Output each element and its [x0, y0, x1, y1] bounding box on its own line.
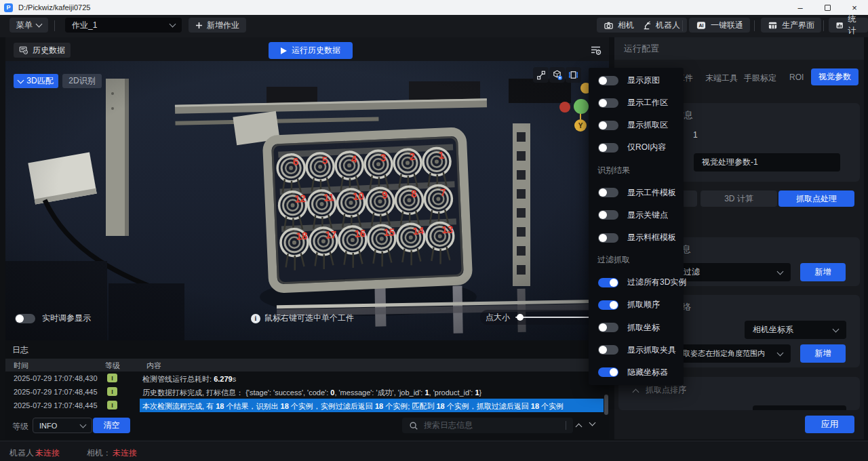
chevron-down-icon [18, 77, 24, 83]
chevron-down-icon [170, 21, 176, 28]
config-tab[interactable]: 末端工具 [705, 73, 738, 84]
menu-item-label: 显示原图 [627, 75, 660, 86]
menu-toggle-item: 抓取坐标 [589, 317, 684, 339]
divider [754, 20, 755, 31]
menu-toggle-item: 隐藏坐标器 [589, 361, 684, 384]
toggle-switch[interactable] [598, 300, 618, 310]
chevron-down-icon [80, 421, 87, 428]
menu-button[interactable]: 菜单 [9, 18, 48, 33]
run-history-button[interactable]: 运行历史数据 [269, 42, 353, 59]
info-icon: i [251, 314, 260, 323]
level-select-value: INFO [39, 422, 57, 430]
menu-section-header: 识别结果 [589, 159, 684, 182]
toggle-switch[interactable] [598, 367, 618, 377]
menu-label: 菜单 [16, 20, 33, 31]
menu-toggle-item: 显示工作区 [589, 92, 684, 114]
viewport-scene: 654321121110987181716151413 [5, 61, 609, 340]
apply-button[interactable]: 应用 [805, 416, 854, 433]
divider [823, 20, 824, 31]
log-search-input[interactable]: 搜索日志信息 [402, 418, 573, 433]
pose-range-select[interactable]: 抓取姿态在指定角度范围内 [671, 344, 791, 363]
close-button[interactable]: × [841, 0, 868, 15]
app-logo-icon: P [4, 3, 13, 12]
ai-link-label: 一键联通 [711, 20, 743, 31]
menu-item-label: 过滤所有3D实例 [627, 277, 686, 288]
proc-tab-grasp-point[interactable]: 抓取点处理 [778, 191, 854, 207]
param-name-input[interactable]: 视觉处理参数-1 [694, 153, 840, 172]
add-job-button[interactable]: 新增作业 [189, 18, 246, 33]
app-window: P D:/Pickwiz/kafeiji0725 – × 菜单 作业_1 新增作… [0, 0, 868, 461]
search-prev-button[interactable] [576, 424, 583, 430]
toggle-switch[interactable] [598, 121, 618, 130]
toggle-switch[interactable] [598, 143, 618, 153]
ai-icon: AI [696, 20, 707, 31]
run-config-title: 运行配置 [624, 43, 659, 55]
log-row[interactable]: 2025-07-29 17:07:48,430I检测管线运行总耗时: 6.279… [5, 372, 609, 385]
level-select[interactable]: INFO [33, 418, 92, 433]
robot-button[interactable]: 机器人 [635, 18, 687, 33]
tab-3d-match-label: 3D匹配 [26, 75, 53, 87]
log-row[interactable]: 2025-07-29 17:07:48,445I本次检测流程完成, 有 18 个… [5, 399, 609, 412]
toggle-switch[interactable] [598, 278, 618, 287]
log-row[interactable]: 2025-07-29 17:07:48,445I历史数据打标完成, 打标信息： … [5, 385, 609, 399]
tab-3d-match[interactable]: 3D匹配 [14, 74, 58, 88]
pose-range-value: 抓取姿态在指定角度范围内 [675, 348, 765, 359]
job-select[interactable]: 作业_1 [65, 18, 182, 33]
camera-status-value: 未连接 [113, 447, 137, 459]
clear-log-button[interactable]: 清空 [93, 418, 130, 433]
collapse-icon[interactable] [633, 389, 639, 396]
config-tab[interactable]: ROI [789, 73, 804, 82]
measure-tool-button[interactable] [533, 67, 549, 83]
menu-item-label: 显示料框模板 [627, 232, 676, 243]
tab-vision-params-label: 视觉参数 [818, 71, 851, 83]
log-time: 2025-07-29 17:07:48,445 [14, 401, 98, 409]
menu-toggle-item: 显示抓取区 [589, 114, 684, 136]
tab-vision-params[interactable]: 视觉参数 [811, 68, 859, 85]
log-level-badge: I [107, 387, 117, 396]
menu-toggle-item: 显示料框模板 [589, 226, 684, 249]
filter-add-button[interactable]: 新增 [800, 263, 846, 281]
config-tab[interactable]: 手眼标定 [744, 73, 776, 84]
divider [682, 20, 683, 31]
toggle-switch[interactable] [598, 76, 618, 85]
menu-toggle-item: 抓取顺序 [589, 294, 684, 316]
ai-link-button[interactable]: AI 一键联通 [689, 18, 750, 33]
toggle-switch[interactable] [598, 345, 618, 355]
divider [54, 20, 55, 31]
toggle-switch[interactable] [598, 323, 618, 332]
maximize-button[interactable] [814, 0, 841, 15]
add-job-label: 新增作业 [207, 20, 239, 31]
titlebar: P D:/Pickwiz/kafeiji0725 – × [0, 0, 868, 15]
toggle-switch[interactable] [598, 233, 618, 243]
slider-thumb[interactable] [517, 314, 524, 321]
cube-add-icon [551, 69, 563, 81]
menu-toggle-item: 显示抓取夹具 [589, 339, 684, 361]
filter-select[interactable]: 过滤 [678, 263, 791, 281]
bar-chart-icon [835, 20, 844, 31]
log-content: 检测管线运行总耗时: 6.279s [142, 374, 236, 384]
toggle-switch[interactable] [598, 210, 618, 220]
coord-system-select[interactable]: 相机坐标系 [745, 321, 846, 339]
grasp-sort-input[interactable] [753, 405, 846, 410]
3d-viewport[interactable]: 654321121110987181716151413 3D匹配 2D识别 [5, 61, 609, 340]
point-size-slider[interactable] [515, 317, 591, 318]
minimize-button[interactable]: – [787, 0, 814, 15]
run-history-label: 运行历史数据 [292, 45, 340, 56]
svg-text:Y: Y [578, 122, 583, 129]
production-ui-button[interactable]: 生产界面 [761, 18, 821, 33]
toggle-switch[interactable] [598, 98, 618, 108]
menu-item-label: 仅ROI内容 [627, 142, 666, 153]
search-next-button[interactable] [589, 420, 596, 426]
tab-2d-recognition[interactable]: 2D识别 [62, 74, 102, 88]
stats-button[interactable]: 统计 [829, 18, 868, 33]
history-data-chip[interactable]: 历史数据 [14, 43, 71, 58]
clear-log-label: 清空 [104, 420, 120, 431]
list-settings-icon [589, 44, 602, 56]
display-options-button[interactable] [587, 43, 604, 58]
toggle-switch[interactable] [598, 188, 618, 197]
log-scrollbar[interactable] [604, 395, 608, 415]
realtime-toggle[interactable] [15, 314, 35, 323]
pose-add-button[interactable]: 新增 [800, 344, 846, 363]
history-icon [19, 45, 28, 55]
proc-tab-3d-compute[interactable]: 3D 计算 [701, 191, 777, 207]
